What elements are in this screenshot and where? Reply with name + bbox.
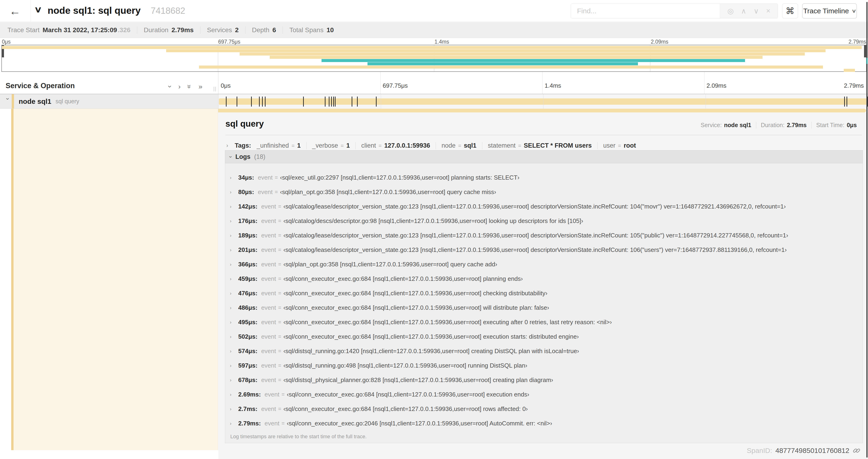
locate-icon[interactable]: ◎ [727, 7, 734, 15]
log-equals: = [278, 290, 281, 296]
chevron-right-icon[interactable]: › [230, 334, 238, 339]
meta-value: 2.79ms [172, 26, 194, 34]
log-field-key: event [261, 203, 276, 210]
chevron-down-icon[interactable]: › [4, 98, 11, 105]
logs-header[interactable]: › Logs (18) [225, 150, 863, 163]
chevron-right-icon[interactable]: › [230, 305, 238, 310]
log-row[interactable]: ›142μs:event=‹sql/catalog/lease/descript… [225, 199, 863, 214]
chevron-right-icon[interactable]: › [230, 377, 238, 383]
log-field-key: event [261, 290, 276, 297]
log-row[interactable]: ›2.69ms:event=‹sql/conn_executor_exec.go… [225, 387, 863, 402]
log-row[interactable]: ›176μs:event=‹sql/catalog/descs/descript… [225, 214, 863, 228]
chevron-right-icon[interactable]: › [230, 218, 238, 224]
log-row[interactable]: ›2.79ms:event=‹sql/conn_executor_exec.go… [225, 416, 863, 431]
log-row[interactable]: ›201μs:event=‹sql/catalog/lease/descript… [225, 242, 863, 257]
next-match-icon[interactable]: ∨ [754, 7, 759, 15]
log-equals: = [275, 189, 278, 195]
expand-all-icon[interactable]: » [198, 83, 203, 91]
log-row[interactable]: ›366μs:event=‹sql/plan_opt.go:358 [nsql1… [225, 257, 863, 271]
chevron-right-icon[interactable]: › [230, 406, 238, 412]
chevron-right-icon[interactable]: › [230, 247, 238, 253]
log-value: ‹sql/catalog/descs/descriptor.go:98 [nsq… [283, 217, 583, 225]
chevron-right-icon[interactable]: › [230, 290, 238, 296]
tag[interactable]: _verbose=1 [306, 142, 355, 149]
chevron-right-icon[interactable]: › [230, 276, 238, 282]
view-selector-button[interactable]: Trace Timeline ∨ [802, 3, 857, 19]
detail-divider [225, 135, 862, 135]
chevron-right-icon[interactable]: › [230, 261, 238, 267]
prev-match-icon[interactable]: ∧ [741, 7, 746, 15]
tag[interactable]: statement=SELECT * FROM users [482, 142, 597, 149]
tag[interactable]: _unfinished=1 [253, 142, 306, 149]
meta-value: 2 [235, 26, 239, 34]
tag[interactable]: user=root [597, 142, 642, 149]
clear-search-icon[interactable]: × [766, 7, 771, 15]
chevron-right-icon[interactable]: › [226, 142, 235, 149]
log-timestamp: 597μs: [238, 362, 257, 369]
tag-key: node [441, 142, 456, 149]
chevron-right-icon[interactable]: › [230, 348, 238, 354]
chevron-down-icon[interactable]: › [227, 156, 234, 158]
log-row[interactable]: ›189μs:event=‹sql/catalog/lease/descript… [225, 228, 863, 242]
chevron-right-icon[interactable]: › [230, 392, 238, 397]
chevron-right-icon[interactable]: › [230, 204, 238, 209]
log-row[interactable]: ›34μs:event=‹sql/exec_util.go:2297 [nsql… [225, 170, 863, 185]
log-field-key: event [258, 174, 273, 181]
page-title: node sql1: sql query [48, 5, 141, 16]
row-gridline [706, 94, 706, 109]
link-icon[interactable] [852, 447, 861, 455]
log-marker-tick [237, 97, 237, 107]
log-row[interactable]: ›486μs:event=‹sql/conn_executor_exec.go:… [225, 300, 863, 315]
trace-meta-bar: Trace StartMarch 31 2022, 17:25:09.326Du… [0, 22, 868, 38]
log-timestamp: 2.7ms: [238, 405, 257, 413]
chevron-right-icon[interactable]: › [230, 189, 238, 195]
log-value: ‹sql/conn_executor_exec.go:684 [nsql1,cl… [283, 275, 523, 283]
chevron-right-icon[interactable]: › [230, 233, 238, 238]
log-row[interactable]: ›502μs:event=‹sql/conn_executor_exec.go:… [225, 329, 863, 344]
chevron-right-icon[interactable]: › [230, 319, 238, 325]
tag[interactable]: client=127.0.0.1:59936 [355, 142, 436, 149]
vertical-scrollbar[interactable] [866, 2, 868, 458]
log-row[interactable]: ›2.7ms:event=‹sql/conn_executor_exec.go:… [225, 402, 863, 416]
log-row[interactable]: ›495μs:event=‹sql/conn_executor_exec.go:… [225, 315, 863, 329]
tag[interactable]: node=sql1 [436, 142, 482, 149]
keyboard-shortcuts-button[interactable]: ⌘ [782, 3, 798, 19]
span-row-timeline-cell[interactable] [218, 94, 868, 109]
span-row: › node sql1 sql query [0, 94, 868, 109]
log-row[interactable]: ›574μs:event=‹sql/distsql_running.go:142… [225, 344, 863, 358]
log-equals: = [278, 406, 281, 412]
chevron-right-icon[interactable]: › [230, 421, 238, 426]
collapse-trace-chevron-icon[interactable]: ∨ [34, 5, 42, 14]
chevron-right-icon[interactable]: › [230, 175, 238, 180]
log-equals: = [278, 203, 281, 210]
log-row[interactable]: ›459μs:event=‹sql/conn_executor_exec.go:… [225, 271, 863, 286]
minimap-span-bar [199, 66, 823, 69]
minimap-span-bar [166, 49, 826, 52]
back-arrow-icon[interactable]: ← [6, 3, 24, 19]
minimap-tick-label: 2.09ms [651, 39, 668, 45]
minimap-tick-label: 697.75μs [218, 39, 240, 45]
log-row[interactable]: ›476μs:event=‹sql/conn_executor_exec.go:… [225, 286, 863, 300]
expand-one-icon[interactable]: › [178, 83, 181, 91]
log-marker-tick [846, 97, 847, 107]
collapse-all-icon[interactable]: » [186, 85, 193, 89]
chevron-right-icon[interactable]: › [230, 363, 238, 368]
collapse-one-icon[interactable]: › [166, 85, 174, 88]
find-input[interactable] [571, 4, 720, 18]
timeline-minimap[interactable] [1, 45, 867, 72]
log-timestamp: 486μs: [238, 304, 257, 312]
log-marker-tick [262, 97, 263, 107]
log-row[interactable]: ›678μs:event=‹sql/distsql_physical_plann… [225, 373, 863, 387]
tag-value: SELECT * FROM users [524, 142, 592, 149]
detail-meta-item: Start Time:0μs [811, 122, 862, 129]
log-row[interactable]: ›597μs:event=‹sql/distsql_running.go:498… [225, 358, 863, 373]
log-field-key: event [261, 217, 276, 225]
timeline-ruler: 0μs697.75μs1.4ms2.09ms2.79ms [218, 72, 866, 94]
find-controls: ◎ ∧ ∨ × [720, 4, 778, 18]
log-marker-tick [329, 97, 330, 107]
log-row[interactable]: ›80μs:event=‹sql/plan_opt.go:358 [nsql1,… [225, 185, 863, 199]
column-resize-grip[interactable] [214, 87, 216, 91]
span-row-service-cell[interactable]: › node sql1 sql query [0, 94, 218, 109]
minimap-span-bar [240, 53, 805, 56]
minimap-right-handle[interactable] [864, 45, 866, 57]
